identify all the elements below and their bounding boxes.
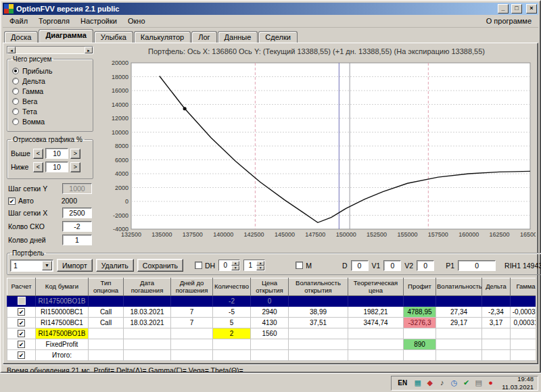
d-field[interactable]: 0	[351, 260, 369, 271]
table-cell[interactable]: 1560	[251, 328, 289, 339]
tab-calculator[interactable]: Калькулятор	[134, 31, 191, 43]
table-cell[interactable]	[404, 296, 436, 307]
scrollbar-track[interactable]	[16, 47, 85, 53]
table-cell[interactable]	[436, 328, 482, 339]
table-cell[interactable]: 2	[213, 328, 251, 339]
table-cell[interactable]: 7	[171, 318, 213, 328]
scheduler-tray-icon[interactable]: ◷	[449, 378, 459, 388]
table-cell[interactable]	[511, 339, 536, 350]
v2-field[interactable]: 0	[417, 260, 434, 271]
table-cell[interactable]	[171, 350, 213, 361]
v1-field[interactable]: 0	[383, 260, 401, 271]
table-cell[interactable]	[404, 328, 436, 339]
table-row[interactable]: ✔RI150000BC1Call18.03.20217-5294038,9919…	[7, 307, 536, 318]
menu-settings[interactable]: Настройки	[75, 16, 122, 26]
import-button[interactable]: Импорт	[57, 259, 93, 272]
radio-vomma[interactable]: Вомма	[12, 118, 89, 126]
table-cell[interactable]: 38,99	[289, 307, 348, 318]
column-header[interactable]: Теоретическая цена	[348, 278, 404, 296]
table-cell[interactable]	[251, 339, 289, 350]
tab-board[interactable]: Доска	[4, 31, 38, 43]
radio-vega[interactable]: Вега	[12, 97, 89, 105]
above-decrease-button[interactable]: <	[33, 149, 43, 159]
table-cell[interactable]: 27,34	[436, 307, 482, 318]
dh-spinner-2[interactable]: 1 ▲▼	[243, 260, 265, 271]
radio-theta[interactable]: Тета	[12, 107, 89, 116]
table-cell[interactable]	[404, 350, 436, 361]
table-cell[interactable]: 0	[251, 296, 289, 307]
table-cell[interactable]	[289, 296, 348, 307]
table-cell[interactable]: RI147500BO1B	[36, 328, 89, 339]
above-increase-button[interactable]: >	[70, 149, 80, 159]
table-row[interactable]: RI147500BO1B-20	[7, 296, 536, 307]
table-cell[interactable]	[124, 339, 171, 350]
table-cell[interactable]: 37,51	[289, 318, 348, 328]
below-value-field[interactable]: 10	[45, 162, 68, 172]
table-cell[interactable]: 1982,21	[348, 307, 404, 318]
spin-up-icon[interactable]: ▲	[256, 261, 264, 266]
table-cell[interactable]	[511, 350, 536, 361]
table-cell[interactable]	[289, 328, 348, 339]
minimize-button[interactable]: _	[498, 4, 509, 14]
chevron-down-icon[interactable]: ▼	[42, 261, 52, 270]
table-cell[interactable]	[124, 350, 171, 361]
table-cell[interactable]: 5	[213, 318, 251, 328]
table-cell[interactable]	[511, 328, 536, 339]
table-cell[interactable]	[482, 339, 511, 350]
row-checkbox[interactable]: ✔	[18, 330, 25, 337]
spin-down-icon[interactable]: ▼	[256, 266, 264, 270]
table-cell[interactable]	[348, 296, 404, 307]
table-cell[interactable]: RI147500BO1B	[36, 296, 89, 307]
table-cell[interactable]: Call	[89, 318, 124, 328]
dh-spinner-1[interactable]: 0 ▲▼	[218, 260, 240, 271]
radio-gamma[interactable]: Гамма	[12, 87, 89, 95]
chart-svg[interactable]: -4000-2000020004000600080001000012000140…	[97, 57, 536, 240]
spin-up-icon[interactable]: ▲	[231, 261, 239, 266]
table-cell[interactable]: -3276,3	[404, 318, 436, 328]
column-header[interactable]: Количество	[213, 278, 251, 296]
panel-scrollbar[interactable]: ◂ ▸	[7, 46, 93, 54]
row-checkbox[interactable]: ✔	[18, 319, 25, 326]
table-cell[interactable]: FixedProfit	[36, 339, 89, 350]
column-header[interactable]: Дельта	[482, 278, 511, 296]
column-header[interactable]: Дней до погашения	[171, 278, 213, 296]
table-cell[interactable]: 4788,95	[404, 307, 436, 318]
sko-field[interactable]: -2	[62, 221, 92, 232]
table-cell[interactable]: 29,17	[436, 318, 482, 328]
table-cell[interactable]	[436, 339, 482, 350]
column-header[interactable]: Расчет	[7, 278, 36, 296]
delete-button[interactable]: Удалить	[96, 259, 134, 272]
table-cell[interactable]: 3474,74	[348, 318, 404, 328]
close-button[interactable]: ×	[526, 4, 537, 14]
grid-x-field[interactable]: 2500	[62, 207, 92, 218]
table-cell[interactable]	[289, 350, 348, 361]
maximize-button[interactable]: □	[511, 4, 522, 14]
tab-diagram[interactable]: Диаграмма	[39, 29, 93, 43]
row-checkbox[interactable]	[18, 297, 26, 305]
scroll-left-icon[interactable]: ◂	[7, 47, 16, 53]
table-row[interactable]: ✔FixedProfit890	[7, 339, 536, 350]
scroll-right-icon[interactable]: ▸	[85, 47, 93, 53]
table-cell[interactable]	[436, 296, 482, 307]
table-cell[interactable]	[482, 296, 511, 307]
grid-y-field[interactable]: 1000	[62, 183, 92, 194]
usb-tray-icon[interactable]: ▤	[473, 378, 484, 388]
table-cell[interactable]	[511, 296, 536, 307]
table-cell[interactable]: Итого:	[36, 350, 89, 361]
table-cell[interactable]: -5	[213, 307, 251, 318]
chart-tray-icon[interactable]: ▦	[413, 378, 423, 388]
titlebar[interactable]: OptionFVV версия 2.1 public _ □ ×	[3, 3, 538, 15]
below-decrease-button[interactable]: <	[33, 162, 43, 172]
table-cell[interactable]: Call	[89, 307, 124, 318]
table-row[interactable]: ✔RI147500BC1Call18.03.202175413037,51347…	[7, 318, 536, 328]
column-header[interactable]: Дата погашения	[124, 278, 171, 296]
table-row[interactable]: ✔RI147500BO1B21560	[7, 328, 536, 339]
table-cell[interactable]	[482, 328, 511, 339]
taskbar-clock[interactable]: 19:48 11.03.2021	[502, 375, 534, 391]
column-header[interactable]: Тип опциона	[89, 278, 124, 296]
table-cell[interactable]	[348, 350, 404, 361]
m-checkbox[interactable]: М	[296, 262, 312, 270]
table-cell[interactable]: 18.03.2021	[124, 318, 171, 328]
taskbar[interactable]: EN ▦◆♪◷✔▤● 19:48 11.03.2021	[0, 373, 541, 392]
language-indicator[interactable]: EN	[396, 378, 409, 387]
